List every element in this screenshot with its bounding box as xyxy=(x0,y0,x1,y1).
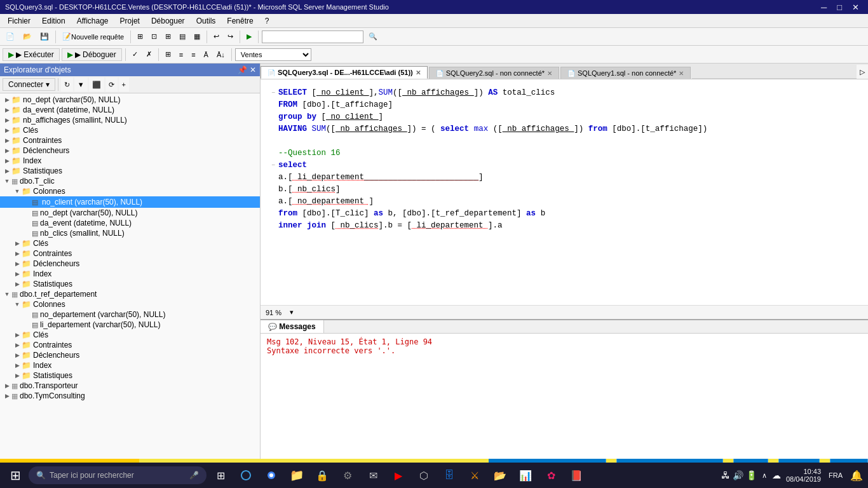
sql-text-7[interactable]: select xyxy=(278,159,860,172)
save-btn[interactable]: 💾 xyxy=(37,30,52,44)
tab-2[interactable]: 📄 SQLQuery1.sql - non connecté* ✕ xyxy=(560,67,691,79)
tree-expander-7[interactable]: ▶ xyxy=(3,168,11,174)
tree-expander-15[interactable]: ▶ xyxy=(13,250,22,257)
tree-item-26[interactable]: ▶ 📁 Index xyxy=(0,360,260,370)
tb-btn3[interactable]: ⊞ xyxy=(162,30,174,44)
sql-editor[interactable]: − SELECT [_no_client_],SUM([_nb_affichag… xyxy=(261,79,868,305)
tree-expander-26[interactable]: ▶ xyxy=(13,362,22,369)
format-btn4[interactable]: Ā xyxy=(201,48,212,62)
menu-edition[interactable]: Edition xyxy=(37,15,71,27)
menu-outils[interactable]: Outils xyxy=(191,15,221,27)
database-dropdown[interactable]: Ventes xyxy=(235,48,311,61)
tree-item-13[interactable]: ▤ nb_clics (smallint, NULL) xyxy=(0,228,260,238)
menu-affichage[interactable]: Affichage xyxy=(72,15,114,27)
tree-item-8[interactable]: ▼ ▦ dbo.T_clic xyxy=(0,176,260,186)
taskbar-pdf[interactable]: 📕 xyxy=(565,464,588,487)
menu-fenetre[interactable]: Fenêtre xyxy=(222,15,258,27)
tree-item-1[interactable]: ▶ 📁 da_event (datetime, NULL) xyxy=(0,105,260,115)
tree-item-19[interactable]: ▼ ▦ dbo.t_ref_departement xyxy=(0,289,260,299)
tb-btn4[interactable]: ▤ xyxy=(176,30,189,44)
tree-expander-9[interactable]: ▼ xyxy=(13,188,22,194)
tree-expander-22[interactable] xyxy=(23,322,32,328)
sql-text-5[interactable] xyxy=(278,135,860,147)
tree-expander-29[interactable]: ▶ xyxy=(3,393,11,399)
tree-expander-20[interactable]: ▼ xyxy=(13,301,22,308)
taskbar-task-view[interactable]: ⊞ xyxy=(209,464,232,487)
tab-0[interactable]: 📄 SQLQuery3.sql - DE...-H61LCCE\adi (51)… xyxy=(261,66,428,79)
microphone-icon[interactable]: 🎤 xyxy=(189,471,199,480)
tree-item-22[interactable]: ▤ li_departement (varchar(50), NULL) xyxy=(0,320,260,330)
menu-help[interactable]: ? xyxy=(260,15,275,27)
taskbar-explorer[interactable]: 📂 xyxy=(489,464,512,487)
tree-item-4[interactable]: ▶ 📁 Contraintes xyxy=(0,135,260,146)
tree-item-14[interactable]: ▶ 📁 Clés xyxy=(0,238,260,248)
menu-debogueur[interactable]: Déboguer xyxy=(146,15,190,27)
format-btn1[interactable]: ⊞ xyxy=(162,48,174,62)
taskbar-shield[interactable]: 🔒 xyxy=(311,464,334,487)
tree-item-9[interactable]: ▼ 📁 Colonnes xyxy=(0,186,260,196)
tree-expander-3[interactable]: ▶ xyxy=(3,127,11,133)
new-query-btn[interactable]: 📝 Nouvelle requête xyxy=(59,30,127,44)
tree-item-6[interactable]: ▶ 📁 Index xyxy=(0,156,260,166)
tree-expander-25[interactable]: ▶ xyxy=(13,352,22,358)
battery-icon[interactable]: 🔋 xyxy=(746,470,757,480)
toolbar-search-btn[interactable]: 🔍 xyxy=(365,30,381,44)
sql-text-4[interactable]: HAVING SUM([_nb_affichages_]) = ( select… xyxy=(278,123,860,135)
debug-btn[interactable]: ▶ ▶ Déboguer xyxy=(62,48,122,61)
tree-expander-1[interactable]: ▶ xyxy=(3,107,11,113)
tree-expander-21[interactable] xyxy=(23,311,32,318)
menu-fichier[interactable]: Fichier xyxy=(3,15,36,27)
oe-tree[interactable]: ▶ 📁 no_dept (varchar(50), NULL) ▶ 📁 da_e… xyxy=(0,93,260,459)
tb-btn2[interactable]: ⊡ xyxy=(148,30,160,44)
search-bar[interactable]: 🔍 Taper ici pour rechercher 🎤 xyxy=(29,466,207,484)
tree-expander-17[interactable]: ▶ xyxy=(13,271,22,277)
format-btn3[interactable]: ≡ xyxy=(188,48,198,62)
checkmark-btn[interactable]: ✓ xyxy=(129,48,141,62)
fold-7[interactable]: − xyxy=(268,159,278,172)
tree-item-18[interactable]: ▶ 📁 Statistiques xyxy=(0,279,260,289)
oe-close-icon[interactable]: ✕ xyxy=(250,65,256,74)
tree-item-3[interactable]: ▶ 📁 Clés xyxy=(0,125,260,135)
notification-icon[interactable]: 🔔 xyxy=(850,470,863,482)
tree-expander-23[interactable]: ▶ xyxy=(13,332,22,338)
cancel-exec-btn[interactable]: ✗ xyxy=(143,48,155,62)
taskbar-chrome[interactable] xyxy=(260,464,283,487)
minimize-btn[interactable]: ─ xyxy=(817,3,831,12)
sql-text-11[interactable]: from [dbo].[T_clic] as b, [dbo].[t_ref_d… xyxy=(278,208,860,220)
tree-expander-4[interactable]: ▶ xyxy=(3,137,11,144)
tb-btn5[interactable]: ▦ xyxy=(191,30,203,44)
sql-text-10[interactable]: a.[ no_departement ] xyxy=(278,196,860,208)
title-bar-controls[interactable]: ─ □ ✕ xyxy=(817,3,863,12)
new-file-btn[interactable]: 📄 xyxy=(3,30,18,44)
volume-icon[interactable]: 🔊 xyxy=(733,470,743,480)
sql-text-1[interactable]: SELECT [_no_client_],SUM([_nb_affichages… xyxy=(278,87,860,99)
onedrive-icon[interactable]: ☁ xyxy=(772,470,781,480)
tree-item-17[interactable]: ▶ 📁 Index xyxy=(0,269,260,279)
tab-1-close[interactable]: ✕ xyxy=(547,70,552,77)
messages-tab[interactable]: 💬 Messages xyxy=(261,320,324,333)
taskbar-email[interactable]: ✉ xyxy=(362,464,384,487)
tree-expander-19[interactable]: ▼ xyxy=(3,291,11,297)
tree-item-23[interactable]: ▶ 📁 Clés xyxy=(0,330,260,340)
execute-btn[interactable]: ▶ ▶ Exécuter xyxy=(3,48,60,61)
language-indicator[interactable]: FRA xyxy=(826,471,845,479)
taskbar-app4[interactable]: ✿ xyxy=(539,464,562,487)
tree-expander-12[interactable] xyxy=(23,220,32,226)
oe-refresh-btn[interactable]: ↻ xyxy=(61,78,73,92)
tree-item-15[interactable]: ▶ 📁 Contraintes xyxy=(0,248,260,259)
zoom-dropdown-btn[interactable]: ▾ xyxy=(287,306,297,320)
tree-item-16[interactable]: ▶ 📁 Déclencheurs xyxy=(0,259,260,269)
oe-filter-btn[interactable]: ▼ xyxy=(74,78,88,92)
tree-expander-5[interactable]: ▶ xyxy=(3,147,11,154)
taskbar-app1[interactable]: ▶ xyxy=(387,464,410,487)
taskbar-settings[interactable]: ⚙ xyxy=(336,464,359,487)
tree-item-12[interactable]: ▤ da_event (datetime, NULL) xyxy=(0,218,260,228)
taskbar-folder[interactable]: 📁 xyxy=(285,464,308,487)
oe-stop-btn[interactable]: ⬛ xyxy=(89,78,104,92)
tab-2-close[interactable]: ✕ xyxy=(679,70,684,77)
sql-text-12[interactable]: inner join [ nb_clics].b = [ li_departem… xyxy=(278,220,860,232)
tree-item-11[interactable]: ▤ no_dept (varchar(50), NULL) xyxy=(0,208,260,218)
tree-expander-11[interactable] xyxy=(23,210,32,216)
taskbar-app3[interactable]: ⚔ xyxy=(463,464,486,487)
redo-btn[interactable]: ↪ xyxy=(224,30,236,44)
